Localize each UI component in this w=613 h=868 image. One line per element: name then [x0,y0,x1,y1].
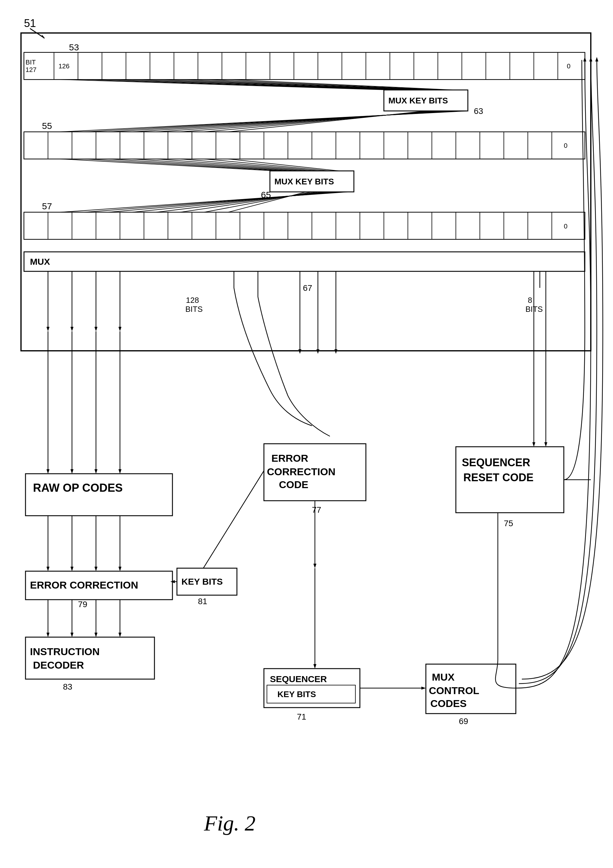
svg-rect-22 [462,53,486,79]
svg-rect-44 [384,132,408,159]
svg-rect-42 [336,132,360,159]
svg-rect-57 [96,212,120,239]
svg-marker-125 [118,469,121,474]
svg-rect-15 [294,53,318,79]
svg-marker-148 [298,349,301,354]
svg-rect-54 [24,212,48,239]
svg-marker-113 [70,327,73,331]
svg-rect-77 [24,252,585,271]
svg-marker-142 [95,632,98,637]
svg-rect-61 [192,212,216,239]
svg-rect-55 [48,212,72,239]
svg-rect-47 [456,132,480,159]
svg-marker-150 [317,349,320,354]
svg-rect-60 [168,212,192,239]
svg-marker-133 [95,567,98,571]
svg-marker-155 [313,564,317,568]
ref-69: 69 [459,716,468,726]
svg-rect-16 [318,53,342,79]
svg-rect-73 [480,212,504,239]
svg-line-93 [228,111,426,132]
svg-rect-62 [216,212,240,239]
bits-128-label: 128 [186,296,199,305]
error-correction-code-label3: CODE [279,479,308,490]
svg-marker-143 [118,632,121,637]
svg-rect-21 [438,53,462,79]
ref-71: 71 [297,712,306,721]
svg-rect-33 [120,132,144,159]
svg-rect-34 [144,132,168,159]
reg57-label: 57 [42,201,52,211]
svg-rect-39 [264,132,288,159]
svg-marker-131 [47,567,50,571]
svg-rect-56 [72,212,96,239]
bit-0-reg53: 0 [567,62,570,70]
svg-line-95 [84,159,285,171]
svg-line-156 [195,471,264,582]
error-correction-code-label: ERROR [272,453,308,464]
svg-rect-46 [432,132,456,159]
svg-rect-45 [408,132,432,159]
svg-rect-20 [414,53,438,79]
svg-rect-71 [432,212,456,239]
svg-rect-30 [48,132,72,159]
bit-label: BIT [25,59,36,66]
bit-0-reg57: 0 [564,222,567,230]
svg-rect-18 [366,53,390,79]
svg-rect-23 [486,53,510,79]
svg-marker-115 [95,327,98,331]
svg-marker-170 [595,57,598,62]
svg-marker-162 [313,664,317,669]
mux-control-codes-label2: CONTROL [429,685,479,696]
svg-rect-69 [384,212,408,239]
svg-rect-7 [102,53,126,79]
svg-rect-19 [390,53,414,79]
svg-rect-41 [312,132,336,159]
svg-rect-70 [408,212,432,239]
svg-rect-13 [246,53,270,79]
svg-rect-64 [264,212,288,239]
svg-rect-50 [528,132,552,159]
bits-128-label2: BITS [185,305,203,314]
svg-rect-58 [120,212,144,239]
svg-rect-76 [552,212,585,239]
error-correction-label: ERROR CORRECTION [30,579,138,591]
svg-rect-72 [456,212,480,239]
svg-rect-29 [24,132,48,159]
svg-line-81 [132,79,417,90]
svg-rect-51 [552,132,585,159]
svg-rect-37 [216,132,240,159]
svg-rect-66 [312,212,336,239]
sequencer-label: SEQUENCER [270,674,327,684]
svg-line-98 [156,159,312,171]
mux-row-label: MUX [30,257,50,267]
svg-rect-48 [480,132,504,159]
raw-op-codes-label: RAW OP CODES [33,482,123,494]
sequencer-key-bits-label: KEY BITS [278,690,316,699]
svg-marker-117 [118,327,121,331]
svg-rect-12 [222,53,246,79]
svg-rect-17 [342,53,366,79]
svg-line-82 [156,79,426,90]
svg-rect-49 [504,132,528,159]
svg-rect-75 [528,212,552,239]
svg-marker-174 [532,442,535,447]
svg-rect-11 [198,53,222,79]
svg-marker-122 [47,469,50,474]
svg-marker-175 [544,442,547,447]
bits-8-label: 8 [528,296,532,305]
reg55-label: 55 [42,121,52,131]
svg-marker-140 [47,632,50,637]
svg-rect-31 [72,132,96,159]
svg-rect-6 [78,53,102,79]
svg-marker-141 [70,632,73,637]
reg53-label: 53 [69,42,79,52]
svg-rect-24 [510,53,534,79]
ref-67: 67 [303,283,312,293]
diagram: 51 53 BIT 127 126 0 MUX KEY BITS 63 55 [0,0,613,868]
svg-marker-166 [421,687,426,690]
svg-rect-63 [240,212,264,239]
ref-77: 77 [312,505,321,515]
svg-marker-124 [95,469,98,474]
svg-rect-32 [96,132,120,159]
